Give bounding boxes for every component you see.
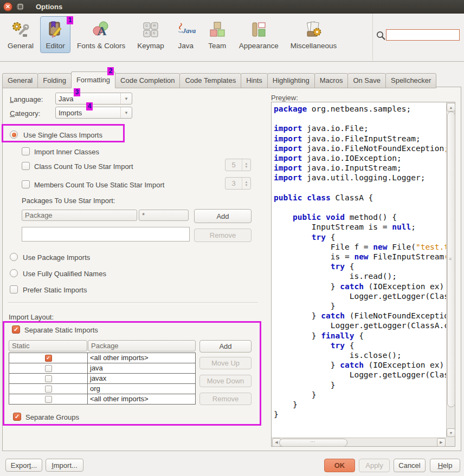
use-package-imports-radio[interactable] [10,253,18,261]
layout-move-down-button[interactable]: Move Down [199,375,252,387]
toolbar-item-editor[interactable]: Editor1 [40,16,70,53]
spinner-arrows-icon[interactable]: ▲▼ [242,178,250,189]
layout-remove-button[interactable]: Remove [199,393,252,405]
tab-code-templates[interactable]: Code Templates [179,73,241,88]
tab-folding[interactable]: Folding [37,73,72,88]
import-inner-classes-checkbox[interactable] [22,147,30,155]
search-input[interactable] [386,29,460,41]
tab-label: Spellchecker [391,76,431,84]
import-inner-classes-label: Import Inner Classes [34,148,99,156]
code-line: try { [274,262,446,271]
tab-hints[interactable]: Hints [241,73,268,88]
code-line: } [274,301,446,311]
code-line [274,203,446,212]
code-line: Logger.getLogger(ClassA.class [274,370,446,380]
code-line: } catch (FileNotFoundException ex) { [274,311,446,321]
tab-label: On Save [353,76,381,84]
code-line: import java.util.logging.Logger; [274,173,446,182]
table-row[interactable]: javax [9,374,195,384]
code-line: InputStream is = null; [274,222,446,232]
tab-formatting[interactable]: Formatting2 [71,71,115,88]
code-line: is.close(); [274,350,446,360]
code-line: } [274,400,446,409]
close-button[interactable]: ✕ [3,2,12,11]
members-count-spinner[interactable]: 3 ▲▼ [225,177,251,190]
use-fully-qualified-radio[interactable] [10,269,18,277]
tab-general[interactable]: General [2,73,38,88]
code-line: } catch (IOException ex) { [274,360,446,370]
toolbar-item-keymap[interactable]: QWASKeymap [132,16,170,53]
packages-add-button[interactable]: Add [194,209,252,223]
code-line: package org.netbeans.samples; [274,104,446,114]
table-row[interactable]: org [9,384,195,394]
packages-remove-button[interactable]: Remove [194,229,252,242]
toolbar-item-appearance[interactable]: Appearance [234,16,284,53]
static-checkbox[interactable] [45,386,52,393]
import-button[interactable]: Import... [46,459,83,472]
apply-button[interactable]: Apply [359,459,390,472]
prefer-static-imports-label: Prefer Static Imports [23,286,87,294]
unmaximize-button[interactable] [16,2,25,11]
prefer-static-imports-checkbox[interactable] [10,285,18,294]
table-row[interactable]: java [9,363,195,374]
vertical-scrollbar[interactable]: ▲ ▼ [446,102,455,438]
horizontal-scrollbar-thumb[interactable] [279,439,347,447]
scroll-right-icon[interactable]: ▶ [437,438,446,447]
category-label: Category: [10,109,40,118]
packages-column-header[interactable]: Package [22,210,137,221]
vertical-scrollbar-thumb[interactable] [447,112,455,407]
separate-static-imports-checkbox[interactable]: ✓ [12,325,20,334]
scroll-down-icon[interactable]: ▼ [447,428,455,437]
ok-button[interactable]: OK [324,459,355,472]
toolbar-item-java[interactable]: JavaJava [171,16,201,53]
static-column-header[interactable]: Static [9,340,87,351]
package-column-header[interactable]: Package [88,340,196,351]
code-line: } [274,390,446,400]
scroll-up-icon[interactable]: ▲ [447,103,455,112]
toolbar-item-miscellaneous[interactable]: Miscellaneous [285,16,343,53]
toolbar-item-general[interactable]: General [2,16,39,53]
packages-star-list[interactable] [22,227,190,242]
members-count-checkbox[interactable] [22,180,30,188]
horizontal-scrollbar[interactable]: ◀ ▶ [272,438,446,446]
toolbar-item-label: Editor [46,42,65,50]
tab-code-completion[interactable]: Code Completion [115,73,180,88]
layout-add-button[interactable]: Add [199,340,252,353]
export-button[interactable]: Export... [5,459,42,472]
use-single-class-imports-radio[interactable] [10,131,18,139]
toolbar-item-label: Fonts & Colors [77,42,125,50]
miscellaneous-icon [304,20,323,40]
svg-text:A: A [145,31,147,35]
star-column-header[interactable]: * [139,210,189,221]
class-count-value: 5 [225,159,242,171]
table-row[interactable]: <all other imports> [9,394,195,404]
separate-groups-checkbox[interactable]: ✓ [13,413,21,421]
tab-spellchecker[interactable]: Spellchecker [385,73,436,88]
static-checkbox[interactable]: ✓ [45,355,52,362]
tab-label: Highlighting [273,76,310,84]
toolbar-items: GeneralEditor1AFonts & ColorsQWASKeymapJ… [2,16,343,53]
tab-highlighting[interactable]: Highlighting [267,73,315,88]
static-checkbox[interactable] [45,396,52,403]
appearance-icon [249,20,268,40]
separate-static-imports-label: Separate Static Imports [24,326,98,334]
layout-move-up-button[interactable]: Move Up [199,357,252,369]
category-combo[interactable]: Imports ▼ 4 [55,107,132,119]
cancel-button[interactable]: Cancel [394,459,426,472]
table-row[interactable]: ✓<all other imports> [9,353,195,363]
static-checkbox[interactable] [45,375,52,382]
window-title: Options [36,3,62,11]
class-count-checkbox[interactable] [22,162,30,170]
tab-macros[interactable]: Macros [314,73,349,88]
class-count-spinner[interactable]: 5 ▲▼ [225,159,251,171]
titlebar: ✕ Options [0,0,464,14]
static-checkbox[interactable] [45,365,52,372]
code-line: Logger.getLogger(ClassA.class [274,291,446,301]
language-combo[interactable]: Java ▼ 3 [55,93,132,105]
toolbar-item-fonts-colors[interactable]: AFonts & Colors [72,16,131,53]
toolbar-item-team[interactable]: Team [202,16,233,53]
tab-on-save[interactable]: On Save [347,73,386,88]
help-button[interactable]: Help [430,459,460,472]
spinner-arrows-icon[interactable]: ▲▼ [242,159,250,171]
static-cell [9,384,88,394]
